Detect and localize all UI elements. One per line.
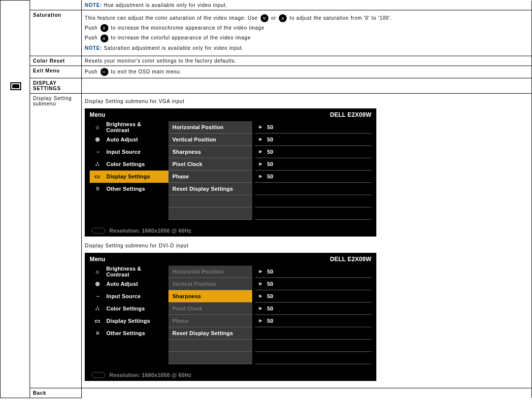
- exit-a: Push: [85, 68, 100, 74]
- osd-mid-item[interactable]: Vertical Position: [168, 134, 252, 146]
- osd-value: 50: [255, 278, 371, 290]
- osd-spacer: [168, 340, 252, 352]
- sat-push3b: to increase the colorful appearance of t…: [111, 35, 251, 40]
- osd-left-icon: ∴: [93, 305, 102, 312]
- osd-left-icon: ≡: [93, 330, 102, 337]
- note-label: NOTE:: [85, 2, 102, 8]
- osd-resolution: Resolution: 1680x1050 @ 60Hz: [109, 228, 192, 234]
- osd-left-icon: ∴: [93, 161, 102, 168]
- osd-left-item[interactable]: ∴Color Settings: [90, 303, 168, 315]
- osd-left-icon: ▭: [93, 317, 102, 324]
- osd-left-icon: →: [93, 293, 102, 300]
- osd-dvi: MenuDELL E2X09W☼Brightness & Contrast⊕Au…: [85, 253, 376, 381]
- up-icon: ʌ: [100, 34, 108, 42]
- osd-left-item[interactable]: ≡Other Settings: [90, 183, 168, 195]
- osd-mid-item[interactable]: Pixel Clock: [168, 158, 252, 171]
- osd-spacer: [255, 327, 371, 340]
- osd-value: 50: [255, 146, 371, 158]
- osd-mid-item[interactable]: Horizontal Position: [168, 266, 252, 278]
- osd-left-label: Brightness & Contrast: [106, 266, 166, 277]
- osd-left-label: Input Source: [106, 293, 141, 299]
- osd-left-icon: →: [93, 148, 102, 155]
- osd-left-icon: ⊕: [93, 136, 102, 143]
- osd-mid-item[interactable]: Vertical Position: [168, 278, 252, 290]
- osd-left-item[interactable]: ⊕Auto Adjust: [90, 278, 168, 290]
- osd-mid-item[interactable]: Pixel Clock: [168, 303, 252, 315]
- osd-left-label: Auto Adjust: [106, 281, 138, 287]
- osd-left-label: Input Source: [106, 149, 141, 155]
- osd-left-label: Color Settings: [106, 161, 145, 167]
- osd-left-item[interactable]: ≡Other Settings: [90, 327, 168, 340]
- colorreset-text: Resets your monitor's color settings to …: [82, 56, 532, 66]
- saturation-label: Saturation: [30, 10, 82, 56]
- exit-b: to exit the OSD main menu.: [111, 68, 182, 74]
- osd-spacer: [255, 183, 371, 195]
- osd-left-item[interactable]: →Input Source: [90, 146, 168, 158]
- osd-spacer: [255, 352, 371, 364]
- osd-mid-item[interactable]: Sharpness: [168, 290, 252, 303]
- sat-line1a: This feature can adjust the color satura…: [85, 15, 260, 21]
- osd-left-item[interactable]: ☼Brightness & Contrast: [90, 266, 168, 278]
- osd-left-label: Auto Adjust: [106, 137, 138, 142]
- down-icon: v: [261, 14, 268, 22]
- osd-value: 50: [255, 290, 371, 303]
- osd-left-label: Display Settings: [106, 173, 150, 179]
- osd-spacer: [255, 340, 371, 352]
- eco-icon: [92, 228, 105, 234]
- osd-left-label: Other Settings: [106, 330, 145, 336]
- sat-push2a: Push: [85, 25, 100, 31]
- osd-spacer: [255, 195, 371, 207]
- osd-value: 50: [255, 171, 371, 183]
- osd-value: 50: [255, 303, 371, 315]
- osd-left-item[interactable]: ▭Display Settings: [90, 171, 168, 183]
- down-icon: v: [100, 24, 108, 32]
- monitor-icon: [10, 82, 21, 90]
- osd-mid-item[interactable]: Reset Display Settings: [168, 183, 252, 195]
- sat-line1b: or: [271, 15, 278, 21]
- osd-value: 50: [255, 121, 371, 134]
- note-sat-text: Saturation adjustment is available only …: [102, 45, 243, 51]
- eco-icon: [92, 372, 105, 378]
- osd-mid-item[interactable]: Reset Display Settings: [168, 327, 252, 340]
- osd-value: 50: [255, 158, 371, 171]
- osd-mid-item[interactable]: Phase: [168, 315, 252, 327]
- osd-left-icon: ☼: [93, 268, 102, 275]
- osd-left-item[interactable]: ▭Display Settings: [90, 315, 168, 327]
- osd-mid-item[interactable]: Phase: [168, 171, 252, 183]
- osd-left-item[interactable]: ∴Color Settings: [90, 158, 168, 171]
- dvi-caption: Display Setting submenu for DVI-D input: [85, 241, 529, 250]
- osd-left-label: Display Settings: [106, 318, 150, 324]
- osd-left-icon: ▭: [93, 173, 102, 180]
- osd-left-icon: ☼: [93, 124, 102, 131]
- displaysub-label: Display Setting submenu: [30, 93, 82, 388]
- osd-mid-item[interactable]: Sharpness: [168, 146, 252, 158]
- osd-spacer: [168, 352, 252, 364]
- osd-resolution: Resolution: 1680x1050 @ 60Hz: [109, 372, 192, 378]
- exitmenu-label: Exit Menu: [30, 66, 82, 78]
- osd-brand: DELL E2X09W: [330, 111, 371, 118]
- osd-spacer: [168, 195, 252, 207]
- note-hue-text: Hue adjustment is available only for vid…: [102, 2, 228, 8]
- osd-value: 50: [255, 266, 371, 278]
- sat-push3a: Push: [85, 35, 100, 40]
- osd-spacer: [168, 207, 252, 220]
- exit-icon: ▭: [100, 68, 108, 76]
- osd-left-icon: ≡: [93, 185, 102, 192]
- osd-left-item[interactable]: ☼Brightness & Contrast: [90, 121, 168, 134]
- osd-left-label: Color Settings: [106, 306, 145, 311]
- osd-vga: MenuDELL E2X09W☼Brightness & Contrast⊕Au…: [85, 108, 376, 237]
- note-label: NOTE:: [85, 45, 102, 51]
- osd-menu-label: Menu: [90, 111, 105, 118]
- osd-left-label: Other Settings: [106, 186, 145, 192]
- displaysettings-label: DISPLAY SETTINGS: [33, 80, 61, 91]
- osd-menu-label: Menu: [90, 256, 105, 263]
- back-label: Back: [30, 388, 82, 398]
- osd-value: 50: [255, 315, 371, 327]
- osd-left-item[interactable]: ⊕Auto Adjust: [90, 134, 168, 146]
- osd-mid-item[interactable]: Horizontal Position: [168, 121, 252, 134]
- osd-brand: DELL E2X09W: [330, 256, 371, 263]
- osd-left-item[interactable]: →Input Source: [90, 290, 168, 303]
- osd-spacer: [255, 207, 371, 220]
- osd-value: 50: [255, 134, 371, 146]
- osd-left-label: Brightness & Contrast: [106, 121, 166, 133]
